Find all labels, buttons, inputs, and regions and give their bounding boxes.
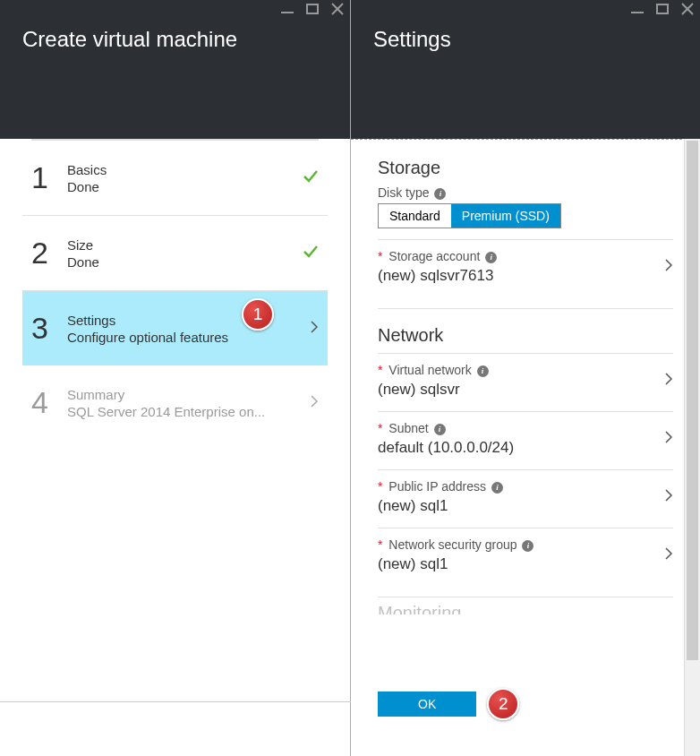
required-asterisk: * — [378, 421, 382, 435]
chevron-right-icon — [664, 546, 673, 564]
step-subtitle: Configure optional features — [67, 330, 310, 345]
settings-panel: Settings Storage Disk type i Standard Pr… — [351, 0, 700, 756]
field-value: (new) sqlsvr — [378, 381, 664, 399]
field-content: * Network security group i (new) sql1 — [378, 537, 664, 573]
field-value: (new) sql1 — [378, 555, 664, 573]
storage-account-field[interactable]: * Storage account i (new) sqlsvr7613 — [378, 239, 673, 297]
label-text: Virtual network — [388, 363, 471, 377]
wizard-step-settings[interactable]: 3 Settings Configure optional features 1 — [22, 291, 328, 365]
scrollbar[interactable] — [684, 139, 700, 756]
callout-1: 1 — [242, 298, 274, 331]
field-label: * Virtual network i — [378, 363, 664, 377]
field-label: * Public IP address i — [378, 479, 664, 494]
info-icon[interactable]: i — [434, 424, 446, 435]
close-icon[interactable] — [680, 2, 695, 16]
step-title: Size — [67, 237, 303, 253]
maximize-icon[interactable] — [305, 2, 320, 16]
step-number: 4 — [31, 385, 67, 420]
label-text: Public IP address — [388, 479, 486, 494]
field-label: * Storage account i — [378, 249, 664, 263]
info-icon[interactable]: i — [485, 252, 497, 263]
step-title: Summary — [67, 387, 310, 402]
section-header-storage: Storage — [378, 158, 673, 178]
monitoring-text: Monitoring — [378, 603, 461, 614]
check-icon — [303, 242, 319, 265]
window-controls-left — [280, 2, 345, 16]
field-content: * Virtual network i (new) sqlsvr — [378, 363, 664, 399]
step-text: Size Done — [67, 237, 303, 270]
wizard-header: Create virtual machine — [0, 0, 350, 139]
label-text: Subnet — [388, 421, 428, 435]
step-number: 3 — [31, 311, 67, 346]
minimize-icon[interactable] — [630, 2, 645, 16]
label-text: Storage account — [388, 249, 480, 263]
field-content: * Subnet i default (10.0.0.0/24) — [378, 421, 664, 457]
field-label: * Subnet i — [378, 421, 664, 435]
step-text: Basics Done — [67, 162, 303, 194]
divider — [0, 701, 351, 702]
step-number: 1 — [31, 160, 67, 195]
field-value: default (10.0.0.0/24) — [378, 439, 664, 457]
public-ip-field[interactable]: * Public IP address i (new) sql1 — [378, 469, 673, 528]
label-text: Network security group — [388, 537, 516, 552]
settings-body: Storage Disk type i Standard Premium (SS… — [351, 139, 700, 756]
disk-type-standard-button[interactable]: Standard — [379, 204, 451, 228]
chevron-right-icon — [664, 372, 673, 390]
settings-title: Settings — [373, 27, 678, 52]
label-text: Disk type — [378, 185, 430, 200]
field-value: (new) sql1 — [378, 497, 664, 515]
maximize-icon[interactable] — [655, 2, 670, 16]
step-subtitle: Done — [67, 179, 303, 194]
disk-type-premium-button[interactable]: Premium (SSD) — [451, 204, 560, 228]
window-controls-right — [630, 2, 695, 16]
wizard-title: Create virtual machine — [22, 27, 328, 52]
check-icon — [303, 167, 319, 190]
step-subtitle: SQL Server 2014 Enterprise on... — [67, 404, 310, 419]
info-icon[interactable]: i — [522, 540, 534, 552]
chevron-right-icon — [664, 430, 673, 448]
chevron-right-icon — [664, 488, 673, 506]
callout-2: 2 — [487, 688, 519, 720]
subnet-field[interactable]: * Subnet i default (10.0.0.0/24) — [378, 411, 673, 469]
svg-rect-5 — [657, 4, 668, 13]
required-asterisk: * — [378, 479, 382, 494]
wizard-step-summary[interactable]: 4 Summary SQL Server 2014 Enterprise on.… — [22, 365, 328, 440]
info-icon[interactable]: i — [434, 188, 446, 200]
required-asterisk: * — [378, 363, 382, 377]
info-icon[interactable]: i — [491, 482, 503, 494]
step-title: Basics — [67, 162, 303, 177]
chevron-right-icon — [310, 320, 319, 338]
field-content: * Public IP address i (new) sql1 — [378, 479, 664, 515]
scrollbar-thumb[interactable] — [687, 141, 698, 660]
required-asterisk: * — [378, 249, 382, 263]
wizard-step-size[interactable]: 2 Size Done — [22, 216, 328, 291]
settings-header: Settings — [351, 0, 700, 139]
chevron-right-icon — [664, 258, 673, 276]
wizard-steps: 1 Basics Done 2 Size Done 3 Settings — [0, 139, 350, 440]
section-header-monitoring: Monitoring — [378, 597, 673, 614]
chevron-right-icon — [310, 394, 319, 412]
step-subtitle: Done — [67, 254, 303, 270]
step-text: Summary SQL Server 2014 Enterprise on... — [67, 387, 310, 419]
nsg-field[interactable]: * Network security group i (new) sql1 — [378, 528, 673, 586]
ok-button[interactable]: OK — [378, 692, 476, 717]
section-header-network: Network — [378, 308, 673, 346]
disk-type-toggle: Standard Premium (SSD) — [378, 203, 561, 228]
field-value: (new) sqlsvr7613 — [378, 267, 664, 285]
step-number: 2 — [31, 236, 67, 271]
minimize-icon[interactable] — [280, 2, 295, 16]
ok-bar: OK 2 — [378, 688, 700, 720]
svg-rect-1 — [307, 4, 318, 13]
field-label: * Network security group i — [378, 537, 664, 552]
info-icon[interactable]: i — [477, 365, 489, 377]
wizard-panel: Create virtual machine 1 Basics Done 2 S… — [0, 0, 351, 756]
required-asterisk: * — [378, 537, 382, 552]
wizard-step-basics[interactable]: 1 Basics Done — [22, 141, 328, 216]
field-content: * Storage account i (new) sqlsvr7613 — [378, 249, 664, 285]
disk-type-label: Disk type i — [378, 185, 673, 200]
virtual-network-field[interactable]: * Virtual network i (new) sqlsvr — [378, 353, 673, 411]
close-icon[interactable] — [330, 2, 345, 16]
